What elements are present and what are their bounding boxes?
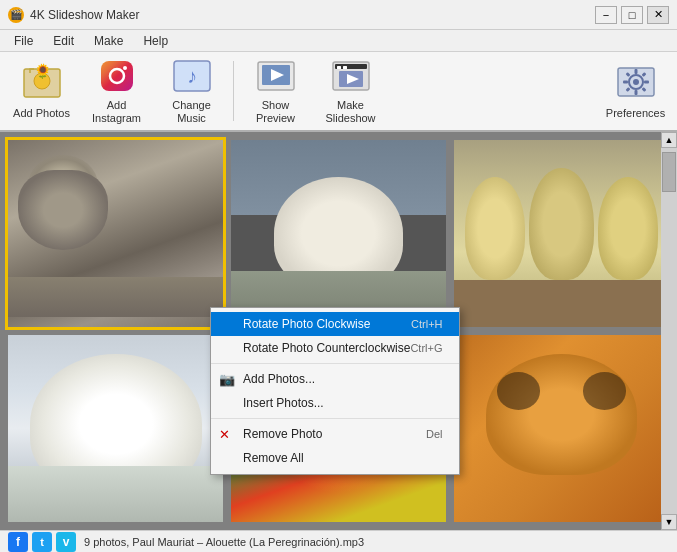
context-insert-photos[interactable]: Insert Photos...	[211, 391, 459, 415]
toolbar-separator-1	[233, 61, 234, 121]
remove-all-label: Remove All	[243, 451, 304, 465]
app-icon: 🎬	[8, 7, 24, 23]
photo-cell-orangecat[interactable]	[454, 335, 669, 522]
rotate-ccw-label: Rotate Photo Counterclockwise	[243, 341, 410, 355]
context-remove-all[interactable]: Remove All	[211, 446, 459, 470]
photo-puppies	[454, 140, 669, 327]
svg-rect-22	[623, 81, 628, 84]
svg-rect-14	[343, 66, 347, 69]
photo-cell-bear[interactable]	[231, 140, 446, 327]
remove-photo-shortcut: Del	[426, 428, 443, 440]
social-icons: f t v	[8, 532, 76, 552]
menu-help[interactable]: Help	[133, 32, 178, 50]
vimeo-icon[interactable]: v	[56, 532, 76, 552]
photo-cat1	[8, 140, 223, 327]
add-instagram-label: Add Instagram	[83, 99, 150, 125]
menu-make[interactable]: Make	[84, 32, 133, 50]
add-instagram-icon	[96, 57, 138, 95]
add-photos-label: Add Photos	[13, 107, 70, 120]
svg-text:♪: ♪	[187, 65, 197, 87]
menu-bar: File Edit Make Help	[0, 30, 677, 52]
context-separator-1	[211, 363, 459, 364]
rotate-ccw-shortcut: Ctrl+G	[410, 342, 442, 354]
make-slideshow-label: Make Slideshow	[317, 99, 384, 125]
scroll-thumb[interactable]	[662, 152, 676, 192]
context-rotate-cw[interactable]: Rotate Photo Clockwise Ctrl+H	[211, 312, 459, 336]
svg-rect-21	[634, 90, 637, 95]
app-title: 4K Slideshow Maker	[30, 8, 595, 22]
maximize-button[interactable]: □	[621, 6, 643, 24]
window-controls: − □ ✕	[595, 6, 669, 24]
svg-rect-13	[337, 66, 341, 69]
preferences-label: Preferences	[606, 107, 665, 120]
svg-rect-23	[644, 81, 649, 84]
title-bar: 🎬 4K Slideshow Maker − □ ✕	[0, 0, 677, 30]
change-music-icon: ♪	[171, 57, 213, 95]
show-preview-label: Show Preview	[242, 99, 309, 125]
scroll-up-arrow[interactable]: ▲	[661, 132, 677, 148]
preferences-icon	[615, 61, 657, 103]
scrollbar[interactable]: ▲ ▼	[661, 132, 677, 530]
status-text: 9 photos, Paul Mauriat – Alouette (La Pe…	[84, 536, 364, 548]
svg-point-19	[633, 79, 639, 85]
remove-photo-label: Remove Photo	[243, 427, 322, 441]
add-photos-context-icon: 📷	[219, 372, 235, 387]
photo-orangecat	[454, 335, 669, 522]
show-preview-icon	[255, 57, 297, 95]
preferences-button[interactable]: Preferences	[598, 54, 673, 128]
add-photos-context-label: Add Photos...	[243, 372, 315, 386]
facebook-icon[interactable]: f	[8, 532, 28, 552]
change-music-button[interactable]: ♪ Change Music	[154, 54, 229, 128]
remove-photo-icon: ✕	[219, 427, 230, 442]
add-instagram-button[interactable]: Add Instagram	[79, 54, 154, 128]
status-bar: f t v 9 photos, Paul Mauriat – Alouette …	[0, 530, 677, 552]
insert-photos-label: Insert Photos...	[243, 396, 324, 410]
add-photos-icon: 🌻	[21, 61, 63, 103]
rotate-cw-shortcut: Ctrl+H	[411, 318, 442, 330]
toolbar: 🌻 Add Photos	[0, 52, 677, 132]
photo-cell-whitedog[interactable]	[8, 335, 223, 522]
menu-file[interactable]: File	[4, 32, 43, 50]
context-menu: Rotate Photo Clockwise Ctrl+H Rotate Pho…	[210, 307, 460, 475]
svg-text:🌻: 🌻	[33, 63, 51, 80]
context-rotate-ccw[interactable]: Rotate Photo Counterclockwise Ctrl+G	[211, 336, 459, 360]
minimize-button[interactable]: −	[595, 6, 617, 24]
add-photos-button[interactable]: 🌻 Add Photos	[4, 54, 79, 128]
context-remove-photo[interactable]: ✕ Remove Photo Del	[211, 422, 459, 446]
photo-whitedog	[8, 335, 223, 522]
change-music-label: Change Music	[158, 99, 225, 125]
photo-grid: Rotate Photo Clockwise Ctrl+H Rotate Pho…	[0, 132, 677, 530]
svg-point-5	[123, 66, 127, 70]
make-slideshow-button[interactable]: Make Slideshow	[313, 54, 388, 128]
twitter-icon[interactable]: t	[32, 532, 52, 552]
svg-rect-20	[634, 69, 637, 74]
context-add-photos[interactable]: 📷 Add Photos...	[211, 367, 459, 391]
rotate-cw-label: Rotate Photo Clockwise	[243, 317, 370, 331]
scroll-down-arrow[interactable]: ▼	[661, 514, 677, 530]
context-separator-2	[211, 418, 459, 419]
show-preview-button[interactable]: Show Preview	[238, 54, 313, 128]
close-button[interactable]: ✕	[647, 6, 669, 24]
photo-bear	[231, 140, 446, 327]
menu-edit[interactable]: Edit	[43, 32, 84, 50]
photo-cell-puppies[interactable]	[454, 140, 669, 327]
photo-cell-cat1[interactable]	[8, 140, 223, 327]
make-slideshow-icon	[330, 57, 372, 95]
svg-rect-3	[101, 61, 133, 91]
